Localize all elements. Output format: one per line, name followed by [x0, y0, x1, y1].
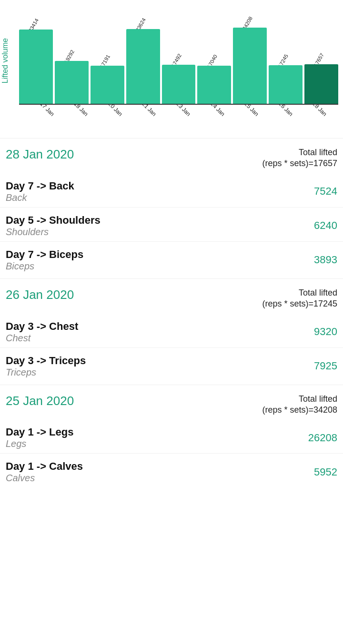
day-title: Day 7 -> Back — [6, 180, 74, 192]
bar — [233, 28, 267, 104]
bar — [269, 65, 303, 104]
bar — [19, 30, 53, 104]
divider — [0, 207, 343, 208]
chart-container: 3341419292171913362417492170403420817245… — [19, 10, 338, 133]
workout-left: Day 5 -> ShouldersShoulders — [6, 214, 101, 238]
total-lifted: Total lifted(reps * sets)=17245 — [262, 287, 337, 310]
workout-left: Day 3 -> ChestChest — [6, 320, 78, 344]
bar-group: 17657 — [304, 64, 338, 104]
day-subtitle: Calves — [6, 473, 83, 484]
workout-left: Day 1 -> LegsLegs — [6, 426, 73, 449]
workout-row: Day 3 -> TricepsTriceps7925 — [0, 350, 343, 380]
workout-row: Day 5 -> ShouldersShoulders6240 — [0, 209, 343, 239]
bar — [304, 64, 338, 104]
workout-left: Day 7 -> BicepsBiceps — [6, 248, 83, 272]
date-label: 25 Jan 2020 — [6, 394, 74, 408]
bar — [197, 66, 231, 104]
chart-section: Lifted volume 33414192921719133624174921… — [0, 0, 343, 133]
x-label-text: 17 Jan — [33, 105, 56, 131]
bar-group: 17492 — [162, 65, 196, 104]
workout-row: Day 7 -> BackBack7524 — [0, 175, 343, 205]
divider — [0, 241, 343, 242]
workout-row: Day 7 -> BicepsBiceps3893 — [0, 244, 343, 274]
bar — [91, 66, 124, 104]
bar-group: 17040 — [197, 66, 231, 104]
day-subtitle: Legs — [6, 438, 73, 449]
day-title: Day 3 -> Triceps — [6, 355, 86, 367]
day-title: Day 3 -> Chest — [6, 320, 78, 333]
bar — [55, 61, 89, 104]
day-subtitle: Biceps — [6, 261, 83, 272]
bar — [162, 65, 196, 104]
workout-value: 7524 — [314, 185, 337, 198]
workout-left: Day 1 -> CalvesCalves — [6, 460, 83, 484]
workout-value: 3893 — [314, 254, 337, 266]
bar-group: 17245 — [269, 65, 303, 104]
bar-group: 17191 — [91, 66, 124, 104]
sections-container: 28 Jan 2020Total lifted(reps * sets)=176… — [0, 138, 343, 485]
bar-group: 34208 — [233, 28, 267, 104]
total-lifted: Total lifted(reps * sets)=17657 — [262, 147, 337, 169]
y-axis-label: Lifted volume — [1, 38, 10, 83]
day-title: Day 5 -> Shoulders — [6, 214, 101, 227]
day-title: Day 7 -> Biceps — [6, 248, 83, 261]
total-lifted: Total lifted(reps * sets)=34208 — [262, 394, 337, 416]
workout-row: Day 3 -> ChestChest9320 — [0, 316, 343, 346]
workout-value: 9320 — [314, 326, 337, 338]
bar-group: 33624 — [126, 29, 160, 104]
date-label: 28 Jan 2020 — [6, 147, 74, 162]
bar-group: 19292 — [55, 61, 89, 104]
bar-group: 33414 — [19, 30, 53, 104]
date-summary-row: 25 Jan 2020Total lifted(reps * sets)=342… — [0, 385, 343, 422]
workout-left: Day 3 -> TricepsTriceps — [6, 355, 86, 378]
workout-left: Day 7 -> BackBack — [6, 180, 74, 203]
x-labels-wrapper: 17 Jan18 Jan20 Jan21 Jan23 Jan24 Jan25 J… — [33, 105, 338, 133]
day-subtitle: Back — [6, 192, 74, 203]
workout-value: 5952 — [314, 466, 337, 478]
x-label-item: 28 Jan — [306, 105, 339, 133]
workout-value: 7925 — [314, 360, 337, 372]
bar — [126, 29, 160, 104]
workout-row: Day 1 -> LegsLegs26208 — [0, 421, 343, 451]
date-summary-row: 26 Jan 2020Total lifted(reps * sets)=172… — [0, 278, 343, 316]
day-subtitle: Chest — [6, 333, 78, 344]
day-subtitle: Shoulders — [6, 227, 101, 238]
day-subtitle: Triceps — [6, 367, 86, 378]
workout-row: Day 1 -> CalvesCalves5952 — [0, 456, 343, 485]
workout-value: 6240 — [314, 219, 337, 232]
workout-value: 26208 — [308, 432, 337, 444]
date-summary-row: 28 Jan 2020Total lifted(reps * sets)=176… — [0, 138, 343, 175]
day-title: Day 1 -> Calves — [6, 460, 83, 473]
divider — [0, 347, 343, 348]
bars-area: 3341419292171913362417492170403420817245… — [19, 10, 338, 105]
divider — [0, 453, 343, 454]
date-label: 26 Jan 2020 — [6, 287, 74, 302]
day-title: Day 1 -> Legs — [6, 426, 73, 438]
